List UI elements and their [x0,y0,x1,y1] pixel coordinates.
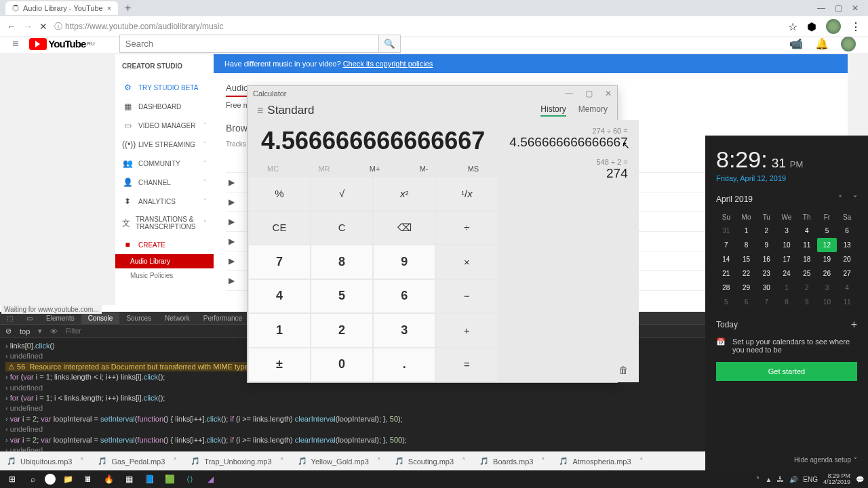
calculator-icon[interactable]: 🖩 [80,472,96,486]
calendar-month[interactable]: April 2019 [716,195,753,204]
devtools-tab[interactable]: Sources [119,312,158,324]
calendar-day[interactable]: 11 [797,238,817,252]
calendar-day[interactable]: 10 [817,295,837,309]
calc-button[interactable]: 1 [249,314,310,347]
calendar-day[interactable]: 1 [736,224,757,238]
add-event-icon[interactable]: + [851,319,857,331]
download-item[interactable]: 🎵Ubiquitous.mp3˄ [7,457,84,466]
calendar-day[interactable]: 8 [736,238,757,252]
search-icon[interactable]: ⌕ [24,472,41,486]
calendar-day[interactable]: 31 [716,224,736,238]
calendar-day[interactable]: 23 [756,266,776,281]
sidebar-item[interactable]: ⚙TRY STUDIO BETA [115,78,214,97]
eye-icon[interactable]: 👁 [50,327,58,336]
calc-button[interactable]: ⌫ [374,211,435,245]
calendar-day[interactable]: 5 [716,295,736,309]
prev-month-icon[interactable]: ˄ [838,195,842,204]
tray-chevron-icon[interactable]: ˄ [756,476,760,483]
calc-button[interactable]: 5 [311,280,372,313]
download-item[interactable]: 🎵Boards.mp3˄ [479,457,545,466]
calc-button[interactable]: − [436,280,497,313]
calendar-day[interactable]: 5 [817,224,837,238]
calendar-day[interactable]: 29 [736,281,757,295]
profile-avatar[interactable] [826,19,841,34]
calc-button[interactable]: = [436,348,497,382]
calc-button[interactable]: 9 [374,245,435,279]
youtube-logo[interactable]: YouTube RU [29,38,95,50]
calendar-day[interactable]: 21 [716,266,736,281]
memory-tab[interactable]: Memory [578,104,608,117]
inspect-icon[interactable]: ⬚ [0,312,20,324]
calendar-day[interactable]: 17 [776,252,797,266]
forward-button[interactable]: → [23,21,33,32]
calendar-day[interactable]: 4 [797,224,817,238]
app-icon-3[interactable]: 📘 [141,472,157,486]
calendar-day[interactable]: 30 [756,281,776,295]
calc-button[interactable]: 3 [374,314,435,347]
star-icon[interactable]: ☆ [788,20,797,33]
browser-tab[interactable]: Audio Library - YouTube × [5,1,118,15]
calc-mem-button[interactable]: MS [468,165,479,173]
download-item[interactable]: 🎵Gas_Pedal.mp3˄ [98,457,177,466]
calc-button[interactable]: 8 [311,245,372,279]
calc-minimize[interactable]: — [565,89,573,98]
devtools-tab[interactable]: Network [158,312,197,324]
download-item[interactable]: 🎵Yellow_Gold.mp3˄ [298,457,381,466]
sidebar-item[interactable]: ■CREATE [115,235,214,254]
hamburger-icon[interactable]: ≡ [12,38,18,50]
calendar-day[interactable]: 26 [817,266,837,281]
stop-button[interactable]: ✕ [39,21,47,32]
context-select[interactable]: top [20,327,30,336]
calc-button[interactable]: . [374,348,435,382]
minimize-button[interactable]: — [817,3,825,13]
play-icon[interactable]: ▶ [229,276,235,285]
tray-network-icon[interactable]: 🖧 [777,476,784,483]
explorer-icon[interactable]: 📁 [60,472,76,486]
chevron-up-icon[interactable]: ˄ [462,457,466,466]
sidebar-music-policies[interactable]: Music Policies [115,268,214,283]
calc-button[interactable]: x2 [374,177,435,210]
account-avatar[interactable] [841,37,856,52]
calendar-day[interactable]: 24 [776,266,797,281]
play-icon[interactable]: ▶ [229,256,235,266]
notification-center-icon[interactable]: 💬 [856,476,864,483]
sidebar-item[interactable]: 👤CHANNEL˅ [115,173,214,192]
calendar-day[interactable]: 25 [797,266,817,281]
calendar-day[interactable]: 15 [736,252,757,266]
play-icon[interactable]: ▶ [229,178,235,187]
tray-drive-icon[interactable]: ▲ [765,476,772,483]
calc-button[interactable]: 4 [249,280,310,313]
download-item[interactable]: 🎵Scouting.mp3˄ [395,457,466,466]
sidebar-item[interactable]: ((•))LIVE STREAMING˅ [115,135,214,154]
calendar-day[interactable]: 1 [776,281,797,295]
sidebar-item[interactable]: ⬍ANALYTICS˅ [115,192,214,211]
download-item[interactable]: 🎵Atmospheria.mp3˄ [559,457,643,466]
calendar-day[interactable]: 9 [797,295,817,309]
vs-icon[interactable]: ◢ [202,472,218,486]
calendar-day[interactable]: 13 [837,238,857,252]
history-tab[interactable]: History [540,104,566,117]
calendar-day[interactable]: 10 [776,238,797,252]
calendar-day[interactable]: 4 [837,281,857,295]
chrome-icon[interactable] [45,474,56,485]
calendar-day[interactable]: 9 [756,238,776,252]
upload-icon[interactable]: 📹 [789,37,803,50]
calc-menu-icon[interactable]: ≡ [257,104,263,117]
calendar-day[interactable]: 27 [837,266,857,281]
notifications-icon[interactable]: 🔔 [815,37,829,50]
menu-icon[interactable]: ⋮ [850,20,861,33]
play-icon[interactable]: ▶ [229,217,235,226]
calendar-day[interactable]: 2 [756,224,776,238]
calendar-day[interactable]: 3 [817,281,837,295]
sidebar-item[interactable]: ▭VIDEO MANAGER˅ [115,116,214,135]
calc-button[interactable]: ± [249,348,310,382]
download-item[interactable]: 🎵Trap_Unboxing.mp3˄ [191,457,283,466]
play-icon[interactable]: ▶ [229,197,235,207]
next-month-icon[interactable]: ˅ [853,195,857,204]
hide-agenda-link[interactable]: Hide agenda setup ˅ [794,456,857,464]
devtools-tab[interactable]: Performance [197,312,249,324]
tray-lang[interactable]: ENG [803,476,818,483]
calendar-day[interactable]: 20 [837,252,857,266]
calc-button[interactable]: 6 [374,280,435,313]
close-tab-icon[interactable]: × [107,4,111,12]
